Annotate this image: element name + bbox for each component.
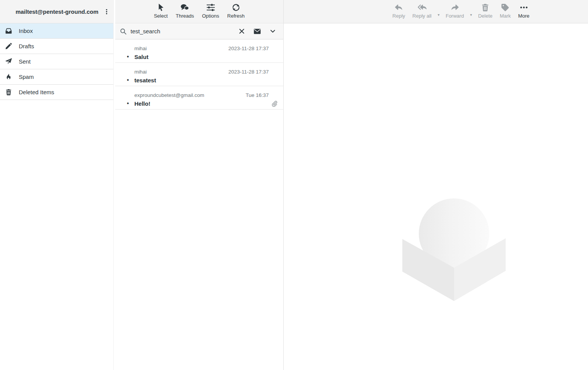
folder-label: Sent <box>19 58 31 65</box>
message-row[interactable]: exproundcubetest@gmail.com Tue 16:37 • H… <box>115 86 283 110</box>
message-subject: Hello! <box>134 100 150 107</box>
attachment-paperclip-icon <box>271 100 279 107</box>
search-bar <box>115 23 283 39</box>
reply-all-icon <box>418 3 426 12</box>
refresh-icon <box>232 3 240 12</box>
more-button[interactable]: More <box>517 3 531 18</box>
message-subject: tesatest <box>134 77 156 83</box>
mark-button[interactable]: Mark <box>498 3 512 18</box>
message-view-pane: Reply Reply all ▾ <box>284 0 588 370</box>
search-icon <box>120 28 127 35</box>
unread-indicator: • <box>121 77 134 83</box>
pencil-icon <box>5 43 12 50</box>
inbox-icon <box>5 27 12 34</box>
message-row[interactable]: mihai 2023-11-28 17:37 • tesatest <box>115 63 283 86</box>
sidebar-item-inbox[interactable]: Inbox <box>0 23 113 39</box>
message-row[interactable]: mihai 2023-11-28 17:37 • Salut <box>115 39 283 63</box>
search-options-button[interactable] <box>267 28 279 34</box>
unread-indicator: • <box>121 53 134 60</box>
kebab-menu-icon <box>103 8 110 15</box>
comments-icon <box>180 3 189 12</box>
message-list-pane: Select Threads <box>115 0 284 370</box>
message-sender: exproundcubetest@gmail.com <box>134 92 204 98</box>
trash-icon <box>5 88 12 96</box>
message-list: mihai 2023-11-28 17:37 • Salut mihai 202… <box>115 39 283 370</box>
folder-label: Inbox <box>19 28 33 34</box>
refresh-button[interactable]: Refresh <box>226 3 246 18</box>
reply-all-menu-caret[interactable]: ▾ <box>438 13 439 17</box>
search-scope-button[interactable] <box>251 28 264 35</box>
search-clear-button[interactable] <box>236 28 248 34</box>
sidebar-item-drafts[interactable]: Drafts <box>0 39 113 54</box>
sidebar-item-deleted-items[interactable]: Deleted Items <box>0 85 113 100</box>
ellipsis-icon <box>519 3 528 12</box>
fire-icon <box>5 73 12 80</box>
list-toolbar: Select Threads <box>115 0 283 23</box>
folder-label: Spam <box>19 74 34 80</box>
message-date: Tue 16:37 <box>246 92 269 98</box>
envelope-icon <box>253 28 261 35</box>
pointer-icon <box>156 3 165 12</box>
delete-button[interactable]: Delete <box>477 3 494 18</box>
folder-label: Drafts <box>19 43 34 49</box>
search-input[interactable] <box>130 28 233 34</box>
folder-label: Deleted Items <box>19 89 54 95</box>
trash-icon <box>481 3 490 12</box>
account-menu-button[interactable] <box>103 8 110 15</box>
message-date: 2023-11-28 17:37 <box>228 69 269 75</box>
reply-icon <box>394 3 403 12</box>
forward-menu-caret[interactable]: ▾ <box>470 13 472 17</box>
threads-button[interactable]: Threads <box>175 3 195 18</box>
forward-button[interactable]: Forward <box>444 3 465 18</box>
forward-icon <box>451 3 459 12</box>
folder-sidebar: mailtest@pentest-ground.com Inbox <box>0 0 114 370</box>
chevron-down-icon <box>270 28 276 34</box>
select-button[interactable]: Select <box>153 3 169 18</box>
tag-icon <box>501 3 510 12</box>
sidebar-item-spam[interactable]: Spam <box>0 69 113 85</box>
webmail-app: mailtest@pentest-ground.com Inbox <box>0 0 588 370</box>
sliders-icon <box>206 3 215 12</box>
account-header: mailtest@pentest-ground.com <box>0 0 113 23</box>
unread-indicator: • <box>121 100 134 107</box>
options-button[interactable]: Options <box>201 3 220 18</box>
clear-icon <box>238 28 245 34</box>
paper-plane-icon <box>5 58 12 65</box>
message-sender: mihai <box>134 46 147 51</box>
message-date: 2023-11-28 17:37 <box>228 46 269 51</box>
message-sender: mihai <box>134 69 147 75</box>
message-view-content <box>284 23 588 370</box>
message-toolbar: Reply Reply all ▾ <box>284 0 588 23</box>
roundcube-logo-watermark <box>402 197 506 301</box>
reply-all-button[interactable]: Reply all <box>411 3 433 18</box>
account-email: mailtest@pentest-ground.com <box>16 8 98 15</box>
message-subject: Salut <box>134 54 149 60</box>
reply-button[interactable]: Reply <box>391 3 406 18</box>
sidebar-item-sent[interactable]: Sent <box>0 54 113 69</box>
